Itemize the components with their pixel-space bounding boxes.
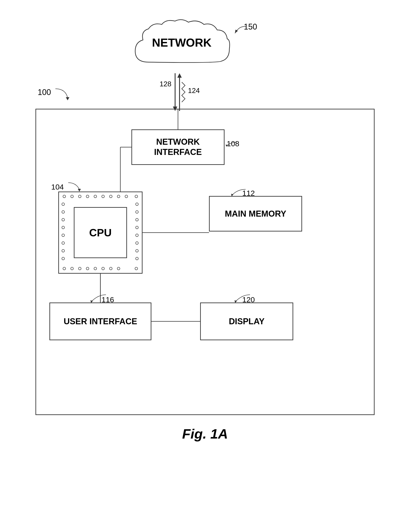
chip-dot bbox=[136, 249, 138, 252]
chip-dot bbox=[62, 241, 65, 245]
figure-caption: Fig. 1A bbox=[182, 426, 228, 442]
chip-dot bbox=[62, 226, 65, 229]
chip-dot bbox=[94, 267, 97, 270]
network-interface-box: NETWORKINTERFACE bbox=[131, 129, 225, 165]
label-128: 128 bbox=[159, 80, 171, 88]
chip-dot bbox=[94, 195, 97, 198]
chip-dot bbox=[117, 195, 120, 198]
cpu-label: CPU bbox=[89, 227, 112, 239]
chip-dot bbox=[125, 195, 128, 198]
user-interface-box: USER INTERFACE bbox=[49, 302, 151, 340]
chip-dot bbox=[62, 203, 65, 206]
chip-dot bbox=[78, 195, 81, 198]
main-memory-box: MAIN MEMORY bbox=[209, 196, 302, 231]
arrow-112 bbox=[229, 187, 247, 198]
system-box: NETWORKINTERFACE 108 104 bbox=[35, 109, 375, 415]
chip-dot bbox=[136, 203, 138, 206]
chip-dot bbox=[135, 267, 138, 270]
main-memory-label: MAIN MEMORY bbox=[225, 209, 286, 219]
chip-dot bbox=[102, 267, 105, 270]
chip-dot bbox=[62, 218, 65, 221]
arrow-108 bbox=[225, 140, 238, 149]
svg-text:NETWORK: NETWORK bbox=[152, 36, 212, 49]
chip-dot bbox=[86, 195, 89, 198]
chip-dot bbox=[62, 249, 65, 252]
chip-dot bbox=[109, 195, 112, 198]
chip-dot bbox=[136, 234, 138, 237]
cpu-chip-wrapper: CPU bbox=[58, 192, 143, 274]
label-100: 100 bbox=[38, 88, 51, 97]
user-interface-label: USER INTERFACE bbox=[64, 317, 137, 326]
label-104: 104 bbox=[51, 183, 64, 191]
cpu-inner-box: CPU bbox=[74, 207, 127, 258]
chip-dot bbox=[62, 210, 65, 214]
chip-dot bbox=[135, 195, 138, 198]
diagram-container: 150 NETWORK 128 124 100 bbox=[22, 13, 388, 446]
chip-dot bbox=[136, 218, 138, 221]
chip-dot bbox=[102, 195, 105, 198]
arrow-100 bbox=[54, 86, 72, 102]
chip-dot bbox=[136, 257, 138, 260]
network-cloud: NETWORK bbox=[129, 18, 235, 75]
chip-dot bbox=[70, 195, 74, 198]
chip-dot bbox=[136, 226, 138, 229]
network-interface-label: NETWORKINTERFACE bbox=[154, 137, 202, 157]
chip-dot bbox=[136, 210, 138, 214]
chip-dot bbox=[63, 267, 66, 270]
chip-dot bbox=[86, 267, 89, 270]
svg-marker-5 bbox=[177, 73, 182, 78]
chip-dot bbox=[136, 241, 138, 245]
chip-dot bbox=[62, 234, 65, 237]
chip-dot bbox=[62, 257, 65, 260]
display-box: DISPLAY bbox=[200, 302, 293, 340]
chip-dot bbox=[70, 267, 74, 270]
chip-dot bbox=[63, 195, 66, 198]
label-124: 124 bbox=[188, 86, 200, 95]
chip-dot bbox=[109, 267, 112, 270]
svg-marker-6 bbox=[66, 97, 69, 100]
display-label: DISPLAY bbox=[229, 317, 264, 326]
network-arrow bbox=[169, 73, 186, 113]
chip-dot bbox=[117, 267, 120, 270]
chip-dot bbox=[78, 267, 81, 270]
svg-marker-17 bbox=[78, 189, 81, 192]
